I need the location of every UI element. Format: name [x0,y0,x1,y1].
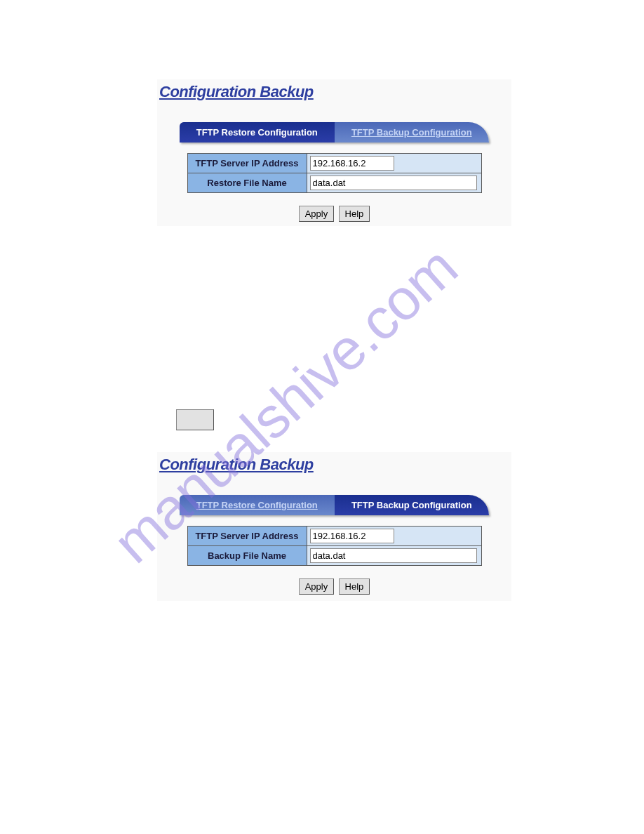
tab-tftp-backup[interactable]: TFTP Backup Configuration [335,122,490,143]
tab-tftp-backup[interactable]: TFTP Backup Configuration [335,495,490,515]
empty-button[interactable] [176,409,214,430]
backup-file-name-label: Backup File Name [187,546,307,566]
tftp-server-ip-label: TFTP Server IP Address [187,527,307,546]
tftp-server-ip-label: TFTP Server IP Address [187,154,307,173]
restore-file-name-cell [307,173,481,193]
help-button[interactable]: Help [339,578,370,595]
button-row: Apply Help [157,206,511,222]
config-backup-panel-backup: Configuration Backup TFTP Restore Config… [157,452,511,601]
tab-tftp-restore[interactable]: TFTP Restore Configuration [180,495,335,515]
tab-tftp-restore[interactable]: TFTP Restore Configuration [180,122,335,143]
config-backup-panel-restore: Configuration Backup TFTP Restore Config… [157,79,511,226]
tab-bar: TFTP Restore Configuration TFTP Backup C… [180,495,489,515]
button-row: Apply Help [157,578,511,595]
page-title: Configuration Backup [157,79,511,101]
form-table: TFTP Server IP Address Backup File Name [187,526,482,566]
form-table: TFTP Server IP Address Restore File Name [187,153,482,193]
tftp-server-ip-input[interactable] [310,529,394,543]
tftp-server-ip-input[interactable] [310,156,394,171]
tab-bar: TFTP Restore Configuration TFTP Backup C… [180,122,489,143]
backup-file-name-input[interactable] [310,548,477,563]
restore-file-name-input[interactable] [310,176,477,190]
help-button[interactable]: Help [339,206,370,222]
restore-file-name-label: Restore File Name [187,173,307,193]
apply-button[interactable]: Apply [299,578,335,595]
tftp-server-ip-cell [307,154,481,173]
tftp-server-ip-cell [307,527,481,546]
backup-file-name-cell [307,546,481,566]
page-title: Configuration Backup [157,452,511,474]
apply-button[interactable]: Apply [299,206,335,222]
